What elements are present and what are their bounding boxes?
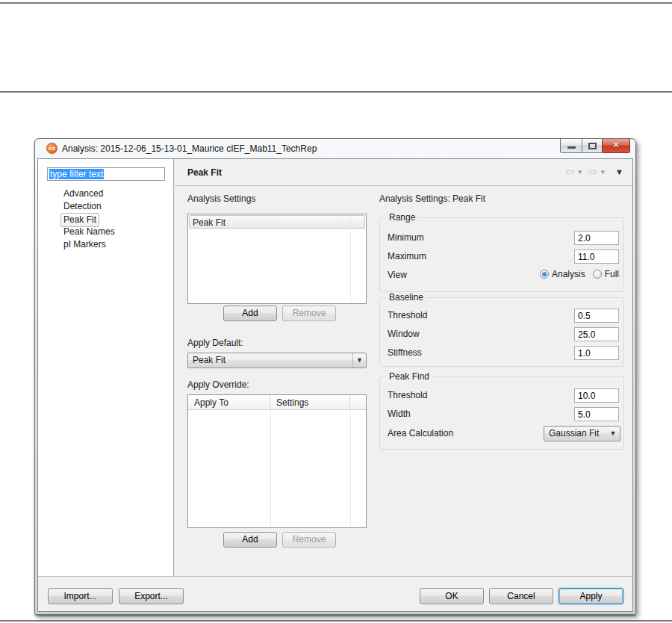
baseline-threshold-input[interactable] — [574, 309, 619, 323]
analysis-settings-remove-button: Remove — [282, 306, 336, 321]
peak-find-threshold-label: Threshold — [388, 390, 427, 400]
area-calculation-dropdown-icon[interactable]: ▼ — [606, 427, 620, 441]
view-analysis-radio-label[interactable]: Analysis — [552, 269, 585, 279]
back-arrow-icon[interactable]: ⇦ — [565, 166, 575, 178]
window-title: Analysis: 2015-12-06_15-13-01_Maurice cI… — [62, 139, 317, 158]
forward-arrow-icon[interactable]: ⇨ — [588, 166, 598, 178]
sidebar-item-pi-markers[interactable]: pI Markers — [38, 238, 173, 251]
cancel-button[interactable]: Cancel — [489, 588, 553, 604]
baseline-threshold-label: Threshold — [388, 310, 427, 320]
maximum-input[interactable] — [574, 249, 619, 264]
peak-find-group: Peak Find Threshold Width Area Calculati… — [379, 376, 624, 450]
apply-button[interactable]: Apply — [559, 588, 623, 604]
right-panel-title: Analysis Settings: Peak Fit — [379, 193, 485, 204]
apply-override-remove-button: Remove — [282, 532, 336, 548]
peak-find-threshold-input[interactable] — [574, 388, 619, 403]
app-icon: iCE — [46, 143, 57, 154]
document-rule-top — [0, 2, 672, 4]
table-column-divider — [270, 410, 271, 527]
area-calculation-combobox[interactable]: Gaussian Fit ▼ — [544, 426, 620, 441]
apply-default-dropdown-icon[interactable]: ▼ — [352, 353, 366, 368]
dialog-client-area: type filter text Advanced Detection Peak… — [37, 158, 633, 612]
filter-input-selected-text: type filter text — [49, 169, 104, 179]
minimum-input[interactable] — [574, 231, 619, 245]
baseline-stiffness-label: Stiffness — [388, 347, 422, 358]
area-calculation-label: Area Calculation — [388, 428, 453, 438]
baseline-window-input[interactable] — [574, 327, 619, 341]
apply-default-value: Peak Fit — [193, 353, 225, 368]
area-calculation-value: Gaussian Fit — [549, 427, 599, 441]
view-label: View — [388, 270, 407, 280]
peak-find-width-input[interactable] — [574, 407, 619, 421]
maximize-icon — [588, 143, 597, 149]
minimize-button[interactable] — [560, 139, 582, 153]
sidebar-item-advanced[interactable]: Advanced — [38, 187, 173, 200]
import-button[interactable]: Import... — [48, 588, 113, 604]
range-group: Range Minimum Maximum View Analysis Full — [379, 217, 624, 292]
apply-override-label: Apply Override: — [187, 379, 249, 390]
minimum-label: Minimum — [388, 232, 424, 243]
ok-button[interactable]: OK — [420, 588, 484, 604]
page-header: Peak Fit ⇦ ▼ ⇨ ▼ ▼ — [175, 159, 632, 186]
apply-override-add-button[interactable]: Add — [223, 532, 277, 548]
settings-tree: Advanced Detection Peak Fit Peak Names p… — [38, 187, 173, 251]
document-rule-middle — [0, 91, 672, 93]
apply-default-label: Apply Default: — [187, 338, 243, 348]
column-header-settings[interactable]: Settings — [270, 395, 350, 410]
analysis-settings-label: Analysis Settings — [187, 193, 255, 204]
view-radio-group: Analysis Full — [540, 269, 619, 279]
column-header-apply-to[interactable]: Apply To — [188, 395, 270, 410]
table-scrollbar-track — [350, 410, 351, 527]
analysis-settings-list[interactable]: Peak Fit — [187, 214, 367, 304]
close-icon: ✕ — [603, 140, 629, 150]
range-group-title: Range — [386, 212, 418, 223]
baseline-group-title: Baseline — [386, 292, 426, 303]
back-history-caret-icon[interactable]: ▼ — [577, 169, 583, 176]
filter-input[interactable]: type filter text — [47, 167, 165, 181]
forward-history-caret-icon[interactable]: ▼ — [600, 169, 606, 176]
analysis-dialog: iCE Analysis: 2015-12-06_15-13-01_Mauric… — [34, 138, 636, 615]
maximize-button[interactable] — [582, 139, 603, 153]
titlebar[interactable]: iCE Analysis: 2015-12-06_15-13-01_Mauric… — [35, 139, 635, 158]
sidebar-item-peak-fit[interactable]: Peak Fit — [38, 213, 173, 226]
view-full-radio[interactable] — [593, 270, 602, 279]
list-item-peak-fit[interactable]: Peak Fit — [189, 215, 365, 229]
close-button[interactable]: ✕ — [602, 139, 630, 153]
peak-find-group-title: Peak Find — [386, 371, 432, 382]
footer-button-bar: Import... Export... OK Cancel Apply — [38, 576, 632, 611]
sidebar-item-peak-names[interactable]: Peak Names — [38, 226, 173, 238]
view-analysis-radio[interactable] — [540, 270, 549, 279]
minimize-icon — [567, 146, 576, 149]
baseline-window-label: Window — [388, 329, 420, 339]
page-title: Peak Fit — [187, 167, 222, 178]
export-button[interactable]: Export... — [119, 588, 184, 604]
sidebar: type filter text Advanced Detection Peak… — [38, 159, 174, 576]
header-nav-tools: ⇦ ▼ ⇨ ▼ ▼ — [565, 166, 623, 178]
maximum-label: Maximum — [388, 251, 426, 261]
sidebar-item-detection[interactable]: Detection — [38, 200, 173, 213]
window-controls: ✕ — [561, 139, 630, 153]
view-menu-caret-icon[interactable]: ▼ — [615, 167, 623, 176]
apply-override-table[interactable]: Apply To Settings — [187, 394, 367, 528]
view-full-radio-label[interactable]: Full — [605, 269, 619, 279]
analysis-settings-add-button[interactable]: Add — [223, 306, 277, 321]
apply-default-combobox[interactable]: Peak Fit ▼ — [187, 353, 367, 368]
list-scrollbar-track — [350, 215, 351, 303]
main-panel: Peak Fit ⇦ ▼ ⇨ ▼ ▼ Analysis Settings Pea… — [175, 159, 632, 576]
apply-override-table-header: Apply To Settings — [188, 395, 366, 410]
document-rule-bottom — [0, 620, 672, 622]
baseline-stiffness-input[interactable] — [574, 346, 619, 360]
baseline-group: Baseline Threshold Window Stiffness — [379, 297, 624, 367]
peak-find-width-label: Width — [388, 409, 411, 419]
